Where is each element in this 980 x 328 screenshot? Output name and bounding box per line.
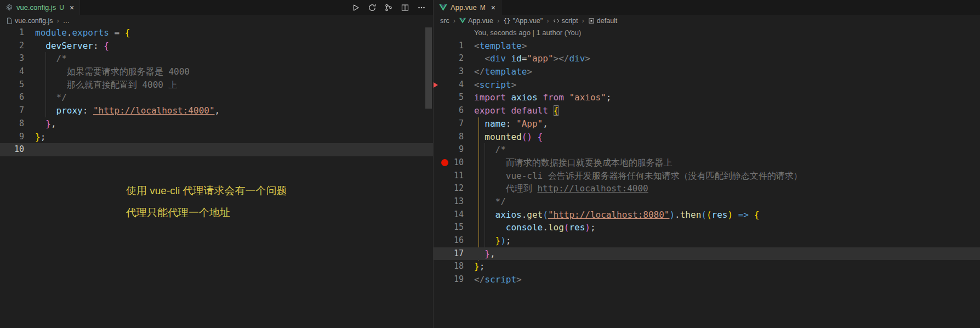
code-text[interactable]: proxy: "http://localhost:4000", bbox=[35, 104, 220, 117]
code-text[interactable]: 而请求的数据接口就要换成本地的服务器上 bbox=[474, 156, 673, 169]
code-line[interactable]: 1module.exports = { bbox=[0, 26, 433, 39]
breadcrumb-ellipsis[interactable]: … bbox=[63, 17, 70, 25]
code-text[interactable]: <template> bbox=[474, 39, 527, 53]
line-number[interactable]: 10 bbox=[434, 156, 464, 169]
code-text[interactable]: }; bbox=[35, 131, 45, 144]
code-text[interactable]: vue-cli 会告诉开发服务器将任何未知请求（没有匹配到静态文件的请求） bbox=[474, 169, 802, 183]
line-number[interactable]: 11 bbox=[434, 169, 464, 183]
code-line[interactable]: 7 name: "App", bbox=[434, 117, 980, 131]
code-text[interactable]: 那么就直接配置到 4000 上 bbox=[35, 78, 178, 92]
close-icon[interactable]: × bbox=[70, 3, 74, 12]
code-text[interactable]: mounted() { bbox=[474, 131, 543, 144]
code-line[interactable]: 2 devServer: { bbox=[0, 39, 433, 53]
code-text[interactable]: */ bbox=[474, 195, 506, 208]
line-number[interactable]: 8 bbox=[434, 131, 464, 144]
code-text[interactable]: module.exports = { bbox=[35, 26, 130, 39]
code-line[interactable]: 3 /* bbox=[0, 52, 433, 65]
code-text[interactable]: <script> bbox=[474, 78, 516, 92]
code-text[interactable]: }); bbox=[474, 234, 511, 247]
code-text[interactable]: }; bbox=[474, 260, 485, 273]
line-number[interactable]: 3 bbox=[434, 65, 464, 78]
code-line[interactable]: 9 /* bbox=[434, 143, 980, 156]
line-number[interactable]: 1 bbox=[0, 26, 24, 39]
code-line[interactable]: 3</template> bbox=[434, 65, 980, 78]
code-text[interactable]: </script> bbox=[474, 273, 522, 286]
line-number[interactable]: 7 bbox=[434, 117, 464, 131]
tab-app-vue[interactable]: App.vue M × bbox=[434, 0, 502, 15]
code-line[interactable]: 17 }, bbox=[434, 247, 980, 261]
code-text[interactable]: console.log(res); bbox=[474, 221, 596, 234]
refresh-icon[interactable] bbox=[366, 2, 378, 14]
code-line[interactable]: 8 }, bbox=[0, 117, 433, 131]
code-text[interactable]: */ bbox=[35, 91, 67, 104]
line-number[interactable]: 9 bbox=[0, 131, 24, 144]
code-line[interactable]: 15 console.log(res); bbox=[434, 221, 980, 234]
line-number[interactable]: 4 bbox=[0, 65, 24, 78]
code-line[interactable]: 5import axios from "axios"; bbox=[434, 91, 980, 104]
code-text[interactable]: export default { bbox=[474, 104, 559, 117]
code-line[interactable]: 5 那么就直接配置到 4000 上 bbox=[0, 78, 433, 92]
line-number[interactable]: 1 bbox=[434, 39, 464, 53]
code-text[interactable]: name: "App", bbox=[474, 117, 548, 131]
git-deleted-marker-icon[interactable] bbox=[434, 82, 438, 88]
line-number[interactable]: 9 bbox=[434, 143, 464, 156]
code-line[interactable]: 1<template> bbox=[434, 39, 980, 53]
code-line[interactable]: 9}; bbox=[0, 131, 433, 144]
line-number[interactable]: 2 bbox=[434, 52, 464, 65]
code-line[interactable]: 16 }); bbox=[434, 234, 980, 247]
line-number[interactable]: 7 bbox=[0, 104, 24, 117]
code-text[interactable]: import axios from "axios"; bbox=[474, 91, 612, 104]
code-line[interactable]: 10 bbox=[0, 143, 433, 156]
line-number[interactable]: 5 bbox=[434, 91, 464, 104]
breadcrumb-module[interactable]: {} "App.vue" bbox=[503, 17, 543, 25]
breadcrumb-src[interactable]: src bbox=[440, 17, 449, 25]
code-line[interactable]: 10 而请求的数据接口就要换成本地的服务器上 bbox=[434, 156, 980, 169]
close-icon[interactable]: × bbox=[491, 3, 495, 12]
split-editor-icon[interactable] bbox=[399, 2, 411, 14]
code-text[interactable]: /* bbox=[474, 143, 506, 156]
line-number[interactable]: 17 bbox=[434, 247, 464, 261]
line-number[interactable]: 12 bbox=[434, 182, 464, 195]
line-number[interactable]: 10 bbox=[0, 143, 24, 156]
code-line[interactable]: 14 axios.get("http://localhost:8080").th… bbox=[434, 208, 980, 222]
code-text[interactable]: }, bbox=[35, 117, 56, 131]
vertical-scrollbar[interactable] bbox=[425, 27, 432, 109]
breadcrumb-default[interactable]: default bbox=[588, 17, 618, 25]
code-line[interactable]: 18}; bbox=[434, 260, 980, 273]
line-number[interactable]: 6 bbox=[0, 91, 24, 104]
line-number[interactable]: 14 bbox=[434, 208, 464, 222]
codelens-blame[interactable]: You, seconds ago | 1 author (You) bbox=[474, 26, 980, 39]
line-number[interactable]: 2 bbox=[0, 39, 24, 53]
more-actions-icon[interactable] bbox=[415, 2, 428, 14]
code-line[interactable]: 6 */ bbox=[0, 91, 433, 104]
breadcrumb-script[interactable]: script bbox=[553, 17, 578, 25]
breadcrumb-app-vue[interactable]: App.vue bbox=[459, 17, 493, 25]
line-number[interactable]: 19 bbox=[434, 273, 464, 286]
line-number[interactable]: 5 bbox=[0, 78, 24, 92]
code-text[interactable]: 代理到 http://localhost:4000 bbox=[474, 182, 648, 195]
source-control-graph-icon[interactable] bbox=[383, 2, 395, 14]
code-text[interactable]: </template> bbox=[474, 65, 532, 78]
code-text[interactable]: }, bbox=[474, 247, 495, 261]
code-text[interactable]: /* bbox=[35, 52, 67, 65]
line-number[interactable]: 16 bbox=[434, 234, 464, 247]
code-line[interactable]: 13 */ bbox=[434, 195, 980, 208]
code-line[interactable]: 12 代理到 http://localhost:4000 bbox=[434, 182, 980, 195]
code-text[interactable]: devServer: { bbox=[35, 39, 109, 53]
line-number[interactable]: 3 bbox=[0, 52, 24, 65]
code-line[interactable]: 19</script> bbox=[434, 273, 980, 286]
line-number[interactable]: 8 bbox=[0, 117, 24, 131]
code-line[interactable]: 6export default { bbox=[434, 104, 980, 117]
code-line[interactable]: 4 如果需要请求的服务器是 4000 bbox=[0, 65, 433, 78]
code-line[interactable]: 7 proxy: "http://localhost:4000", bbox=[0, 104, 433, 117]
code-line[interactable]: 2 <div id="app"></div> bbox=[434, 52, 980, 65]
code-text[interactable]: <div id="app"></div> bbox=[474, 52, 590, 65]
run-icon[interactable] bbox=[350, 2, 362, 14]
code-text[interactable]: axios.get("http://localhost:8080").then(… bbox=[474, 208, 759, 222]
code-text[interactable]: 如果需要请求的服务器是 4000 bbox=[35, 65, 190, 78]
line-number[interactable]: 6 bbox=[434, 104, 464, 117]
code-line[interactable]: 8 mounted() { bbox=[434, 131, 980, 144]
code-line[interactable]: 11 vue-cli 会告诉开发服务器将任何未知请求（没有匹配到静态文件的请求） bbox=[434, 169, 980, 183]
line-number[interactable]: 18 bbox=[434, 260, 464, 273]
line-number[interactable]: 15 bbox=[434, 221, 464, 234]
